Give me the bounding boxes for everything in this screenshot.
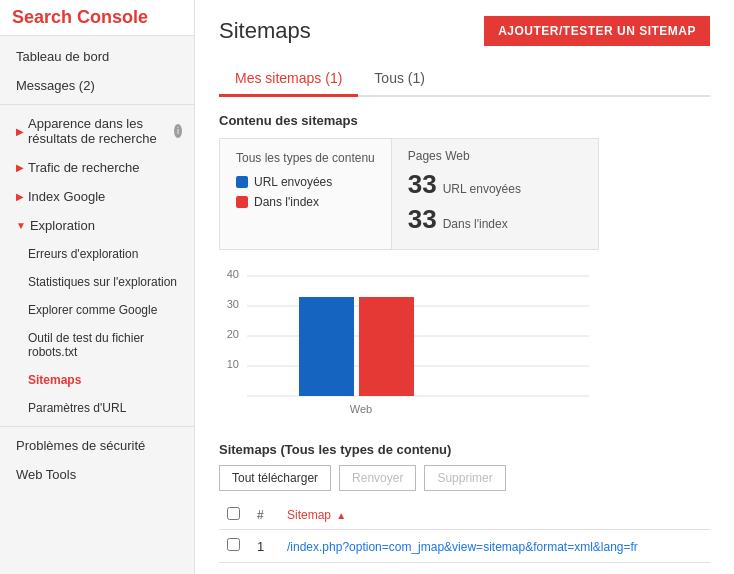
sidebar-label-web-tools: Web Tools	[16, 467, 76, 482]
y-label-30: 30	[227, 298, 239, 310]
info-icon-apparence[interactable]: i	[174, 124, 182, 138]
y-label-20: 20	[227, 328, 239, 340]
add-sitemap-button[interactable]: AJOUTER/TESTER UN SITEMAP	[484, 16, 710, 46]
stat-label-index: Dans l'index	[443, 217, 508, 231]
sidebar-label-statistiques: Statistiques sur l'exploration	[28, 275, 177, 289]
legend-dot-blue	[236, 176, 248, 188]
chart-area: 40 30 20 10 Web	[219, 266, 710, 426]
sidebar-label-exploration: Exploration	[30, 218, 95, 233]
table-section-title: Sitemaps (Tous les types de contenu)	[219, 442, 710, 457]
main-content: Sitemaps AJOUTER/TESTER UN SITEMAP Mes s…	[195, 0, 734, 574]
divider-2	[0, 426, 194, 427]
tab-tous[interactable]: Tous (1)	[358, 62, 441, 97]
arrow-icon-index: ▶	[16, 191, 24, 202]
sidebar-item-outil-test[interactable]: Outil de test du fichier robots.txt	[0, 324, 194, 366]
sitemaps-table: # Sitemap ▲ 1 /index.php?option=com_jmap…	[219, 501, 710, 563]
arrow-icon-trafic: ▶	[16, 162, 24, 173]
sidebar-label-trafic: Trafic de recherche	[28, 160, 140, 175]
table-actions: Tout télécharger Renvoyer Supprimer	[219, 465, 710, 491]
divider-1	[0, 104, 194, 105]
select-all-checkbox[interactable]	[227, 507, 240, 520]
sidebar-label-securite: Problèmes de sécurité	[16, 438, 145, 453]
chart-svg: 40 30 20 10 Web	[219, 266, 599, 421]
legend-item-url: URL envoyées	[236, 175, 375, 189]
sidebar-label-apparence: Apparence dans les résultats de recherch…	[28, 116, 166, 146]
sidebar-label-index: Index Google	[28, 189, 105, 204]
sidebar-item-tableau[interactable]: Tableau de bord	[0, 42, 194, 71]
app-title-text: Search Console	[12, 7, 148, 28]
sidebar-label-erreurs: Erreurs d'exploration	[28, 247, 138, 261]
content-box: Tous les types de contenu URL envoyées D…	[219, 138, 599, 250]
legend-box: Tous les types de contenu URL envoyées D…	[220, 139, 392, 249]
sidebar-item-trafic[interactable]: ▶ Trafic de recherche	[0, 153, 194, 182]
col-sitemap-label[interactable]: Sitemap ▲	[287, 508, 346, 522]
stats-category: Pages Web	[408, 149, 582, 163]
bar-url	[299, 297, 354, 396]
sidebar-item-sitemaps[interactable]: Sitemaps	[0, 366, 194, 394]
sidebar-nav: Tableau de bord Messages (2) ▶ Apparence…	[0, 36, 194, 495]
legend-dot-red	[236, 196, 248, 208]
x-label-web: Web	[350, 403, 372, 415]
td-sitemap-1: /index.php?option=com_jmap&view=sitemap&…	[279, 530, 710, 563]
main-header: Sitemaps AJOUTER/TESTER UN SITEMAP	[219, 16, 710, 46]
sitemap-link-1[interactable]: /index.php?option=com_jmap&view=sitemap&…	[287, 540, 638, 554]
sidebar-item-explorer[interactable]: Explorer comme Google	[0, 296, 194, 324]
btn-supprimer[interactable]: Supprimer	[424, 465, 505, 491]
legend-item-index: Dans l'index	[236, 195, 375, 209]
sidebar-item-statistiques[interactable]: Statistiques sur l'exploration	[0, 268, 194, 296]
stats-box: Pages Web 33 URL envoyées 33 Dans l'inde…	[392, 139, 598, 249]
legend-label-index: Dans l'index	[254, 195, 319, 209]
legend-title: Tous les types de contenu	[236, 151, 375, 165]
content-section-title: Contenu des sitemaps	[219, 113, 710, 128]
sidebar-item-securite[interactable]: Problèmes de sécurité	[0, 431, 194, 460]
stat-label-url: URL envoyées	[443, 182, 521, 196]
sidebar-item-exploration[interactable]: ▼ Exploration	[0, 211, 194, 240]
sidebar-item-parametres[interactable]: Paramètres d'URL	[0, 394, 194, 422]
sidebar-item-index[interactable]: ▶ Index Google	[0, 182, 194, 211]
y-label-40: 40	[227, 268, 239, 280]
sidebar-label-messages: Messages (2)	[16, 78, 95, 93]
app-title: Search Console	[0, 0, 194, 36]
sort-arrow-icon: ▲	[336, 510, 346, 521]
legend-label-url: URL envoyées	[254, 175, 332, 189]
col-num-label: #	[257, 508, 264, 522]
th-num: #	[249, 501, 279, 530]
arrow-icon-apparence: ▶	[16, 126, 24, 137]
sidebar-item-web-tools[interactable]: Web Tools	[0, 460, 194, 489]
td-checkbox-1	[219, 530, 249, 563]
stat-row-index: 33 Dans l'index	[408, 204, 582, 235]
sidebar-label-tableau: Tableau de bord	[16, 49, 109, 64]
sidebar-label-outil-test: Outil de test du fichier robots.txt	[28, 331, 182, 359]
th-checkbox	[219, 501, 249, 530]
sidebar: Search Console Tableau de bord Messages …	[0, 0, 195, 574]
tabs: Mes sitemaps (1) Tous (1)	[219, 62, 710, 97]
sidebar-item-apparence[interactable]: ▶ Apparence dans les résultats de recher…	[0, 109, 194, 153]
tab-mes-sitemaps[interactable]: Mes sitemaps (1)	[219, 62, 358, 97]
stat-number-index: 33	[408, 204, 437, 235]
stat-row-url: 33 URL envoyées	[408, 169, 582, 200]
sidebar-item-messages[interactable]: Messages (2)	[0, 71, 194, 100]
sidebar-label-sitemaps: Sitemaps	[28, 373, 81, 387]
bar-index	[359, 297, 414, 396]
btn-renvoyer[interactable]: Renvoyer	[339, 465, 416, 491]
row-checkbox-1[interactable]	[227, 538, 240, 551]
page-title: Sitemaps	[219, 18, 311, 44]
btn-tout-telecharger[interactable]: Tout télécharger	[219, 465, 331, 491]
arrow-icon-exploration: ▼	[16, 220, 26, 231]
stat-number-url: 33	[408, 169, 437, 200]
table-header-row: # Sitemap ▲	[219, 501, 710, 530]
y-label-10: 10	[227, 358, 239, 370]
th-sitemap[interactable]: Sitemap ▲	[279, 501, 710, 530]
sidebar-label-parametres: Paramètres d'URL	[28, 401, 126, 415]
table-row: 1 /index.php?option=com_jmap&view=sitema…	[219, 530, 710, 563]
td-num-1: 1	[249, 530, 279, 563]
sidebar-label-explorer: Explorer comme Google	[28, 303, 157, 317]
sidebar-item-erreurs[interactable]: Erreurs d'exploration	[0, 240, 194, 268]
